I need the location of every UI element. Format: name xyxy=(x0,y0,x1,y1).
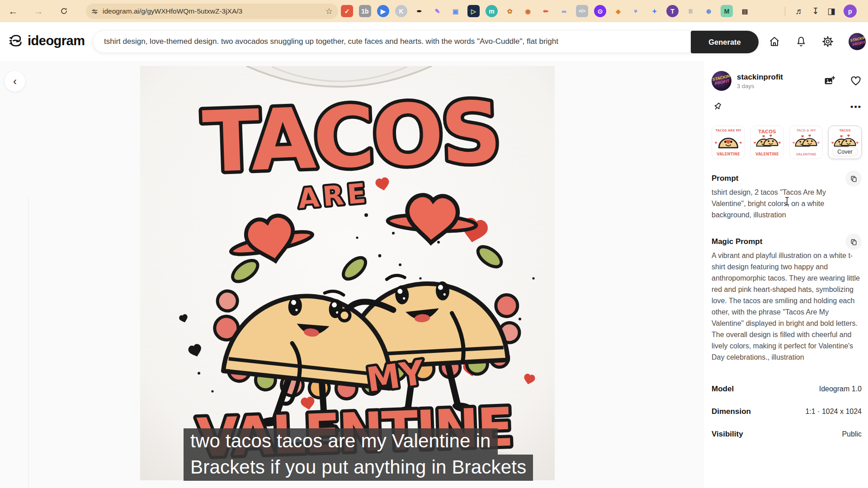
page: ← → ideogram.ai/g/gyWXHfoWQm-5utxwZ-3jXA… xyxy=(0,0,868,488)
detail-sidebar: STACKINPROFIT stackinprofit 3 days xyxy=(703,61,868,488)
detail-value: Ideogram 1.0 xyxy=(819,385,862,393)
brand-name: ideogram xyxy=(28,33,85,48)
toolbar-icon[interactable]: ◨ xyxy=(827,6,835,16)
creator-username[interactable]: stackinprofit xyxy=(737,73,783,82)
browser-forward-icon[interactable]: → xyxy=(32,5,45,18)
extension-icon[interactable]: ⊙ xyxy=(594,5,606,17)
svg-text:TACOS: TACOS xyxy=(758,129,776,135)
ideogram-logo[interactable]: ideogram xyxy=(8,33,85,48)
extension-icon[interactable]: </> xyxy=(576,5,588,17)
toolbar-icon[interactable]: ♬ xyxy=(795,6,804,16)
home-icon[interactable] xyxy=(769,36,780,47)
thumbnail-2[interactable]: TACOS VALENTINE xyxy=(750,126,784,159)
extension-icon[interactable]: ✓ xyxy=(341,5,353,17)
copy-prompt-button[interactable] xyxy=(845,170,862,187)
extension-icon[interactable]: ✒ xyxy=(413,5,425,17)
more-options-icon[interactable]: ••• xyxy=(850,102,862,112)
extension-icon[interactable]: ▤ xyxy=(739,5,751,17)
app-header: ideogram Generate xyxy=(0,22,868,61)
bookmark-star-icon[interactable]: ☆ xyxy=(326,6,333,16)
address-bar[interactable]: ideogram.ai/g/gyWXHfoWQm-5utxwZ-3jXA/3 ☆ xyxy=(86,4,338,19)
url-text[interactable]: ideogram.ai/g/gyWXHfoWQm-5utxwZ-3jXA/3 xyxy=(103,7,321,15)
extension-icon[interactable]: » xyxy=(630,5,642,17)
thumbnail-1[interactable]: TACOS ARE MY VALENTINE xyxy=(712,126,745,159)
design-word-my: MY xyxy=(364,353,427,399)
generated-image[interactable]: TACOS ARE xyxy=(140,66,555,480)
prompt-section-header: Prompt xyxy=(712,170,862,187)
extension-icon[interactable]: ▣ xyxy=(449,5,462,17)
thumbnail-4[interactable]: TACOS VALENTINE Cover xyxy=(828,126,862,159)
svg-text:TACOS ARE MY: TACOS ARE MY xyxy=(716,129,742,132)
detail-rows: ModelIdeogram 1.0Dimension1:1 · 1024 x 1… xyxy=(712,385,862,452)
toolbar-right: ♬↧◨ p xyxy=(783,0,857,22)
detail-label: Dimension xyxy=(712,407,751,416)
toolbar-divider xyxy=(785,6,785,16)
copy-magic-prompt-button[interactable] xyxy=(845,234,862,250)
back-button[interactable]: ‹ xyxy=(5,71,25,92)
detail-row: VisibilityPublic xyxy=(712,430,862,439)
magic-prompt-section-header: Magic Prompt xyxy=(712,234,862,250)
extension-icon[interactable]: ✿ xyxy=(504,5,516,17)
creator-row: STACKINPROFIT stackinprofit 3 days xyxy=(712,71,862,91)
browser-toolbar: ← → ideogram.ai/g/gyWXHfoWQm-5utxwZ-3jXA… xyxy=(0,0,868,22)
like-heart-icon[interactable] xyxy=(850,75,862,87)
avatar-text: STACKINPROFIT xyxy=(712,74,731,86)
extension-icon[interactable]: ||| xyxy=(684,5,697,17)
extension-icon[interactable]: T xyxy=(666,5,679,17)
extension-icon[interactable]: ✦ xyxy=(648,5,660,17)
settings-gear-icon[interactable] xyxy=(822,36,834,47)
extension-icon[interactable]: ▷ xyxy=(467,5,480,17)
header-icons: STACKINPROFIT xyxy=(766,22,868,61)
detail-value: Public xyxy=(842,430,862,438)
video-caption: two tacos tacos are my Valentine in Brac… xyxy=(184,428,533,481)
magic-prompt-heading: Magic Prompt xyxy=(712,237,762,246)
extensions-strip: ✓1b▶K✒✎▣▷m✿◉✏∞</>⊙◆»✦T|||⊕M▤ xyxy=(341,0,751,22)
design-word-are: ARE xyxy=(297,177,371,214)
thumbnail-strip: TACOS ARE MY VALENTINE TACOS VALENTINE T… xyxy=(712,126,863,159)
extension-icon[interactable]: ◉ xyxy=(522,5,534,17)
extension-icon[interactable]: ⊕ xyxy=(703,5,715,17)
user-avatar[interactable]: STACKINPROFIT xyxy=(849,33,866,50)
extension-icon[interactable]: ▶ xyxy=(377,5,389,17)
detail-row: Dimension1:1 · 1024 x 1024 xyxy=(712,407,862,416)
prompt-input[interactable] xyxy=(93,37,759,46)
extension-icon[interactable]: 1b xyxy=(359,5,371,17)
extension-icon[interactable]: ✎ xyxy=(431,5,443,17)
extension-icon[interactable]: ◆ xyxy=(612,5,624,17)
extension-icon[interactable]: M xyxy=(721,5,733,17)
panel-divider xyxy=(28,197,29,488)
prompt-search-bar[interactable]: Generate xyxy=(93,30,759,53)
text-cursor xyxy=(787,197,788,205)
notifications-bell-icon[interactable] xyxy=(795,36,807,47)
add-to-collection-icon[interactable] xyxy=(824,75,835,87)
extension-icon[interactable]: ∞ xyxy=(558,5,570,17)
creator-avatar[interactable]: STACKINPROFIT xyxy=(712,71,731,91)
ideogram-logo-icon xyxy=(8,33,24,48)
pin-icon[interactable] xyxy=(712,102,722,112)
extension-icon[interactable]: m xyxy=(486,5,498,17)
browser-back-icon[interactable]: ← xyxy=(6,5,20,18)
caption-line-2: Brackets if you put anything in Brackets xyxy=(184,455,533,481)
post-age: 3 days xyxy=(737,83,783,89)
site-settings-icon[interactable] xyxy=(91,8,98,15)
browser-reload-icon[interactable] xyxy=(57,5,71,18)
svg-text:VALENTINE: VALENTINE xyxy=(796,152,816,156)
extension-icon[interactable]: K xyxy=(395,5,407,17)
cover-badge: Cover xyxy=(832,147,858,156)
svg-text:VALENTINE: VALENTINE xyxy=(717,152,740,156)
browser-profile-avatar[interactable]: p xyxy=(844,5,857,18)
prompt-heading: Prompt xyxy=(712,174,739,183)
magic-prompt-text: A vibrant and playful illustration on a … xyxy=(712,250,861,363)
detail-value: 1:1 · 1024 x 1024 xyxy=(805,408,862,416)
generate-button[interactable]: Generate xyxy=(691,31,759,53)
actions-row: ••• xyxy=(712,102,862,112)
extension-icon[interactable]: ✏ xyxy=(540,5,552,17)
detail-row: ModelIdeogram 1.0 xyxy=(712,385,862,394)
svg-text:TACO & MY: TACO & MY xyxy=(797,129,816,132)
toolbar-icon[interactable]: ↧ xyxy=(812,6,819,16)
toolbar-right-icons: ♬↧◨ xyxy=(795,6,835,16)
thumbnail-3[interactable]: TACO & MY VALENTINE xyxy=(789,126,823,159)
svg-text:TACOS: TACOS xyxy=(839,129,850,132)
design-word-tacos: TACOS xyxy=(201,83,500,192)
prompt-text: tshirt design, 2 tacos "Tacos Are My Val… xyxy=(712,187,861,221)
